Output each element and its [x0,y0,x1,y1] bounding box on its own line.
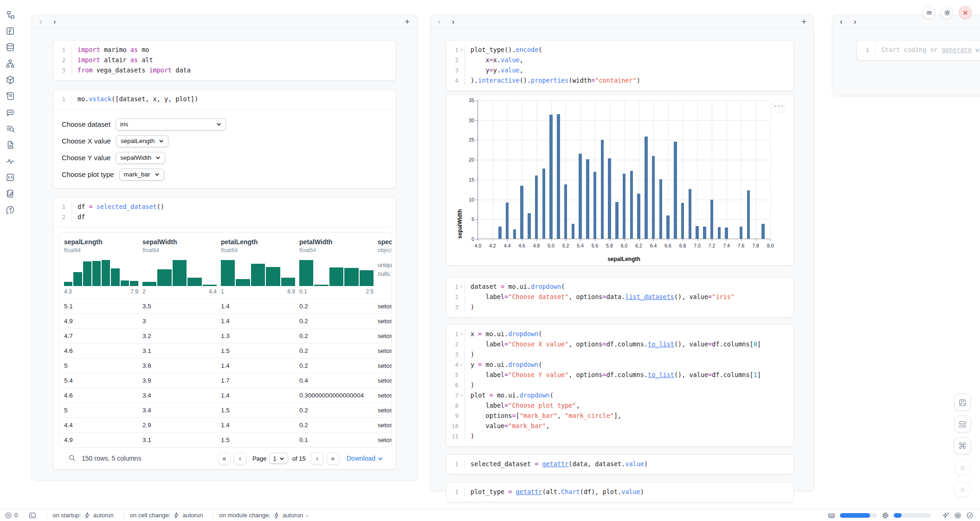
code-line: 1selected_dataset = getattr(data, datase… [446,459,793,469]
control-row: Choose datasetiris [62,118,396,130]
y-value-label: Choose Y value [62,154,110,162]
panel-2-forward-icon[interactable]: › [452,18,455,26]
chart-bar [681,203,684,239]
packages-icon[interactable] [6,75,15,85]
tracing-icon[interactable] [6,156,15,166]
lightning-icon [173,512,180,519]
y-value-select[interactable]: sepalWidth [116,152,165,164]
imports-code-editor[interactable]: 1import marimo as mo2import altair as al… [53,40,396,80]
chart-bar [506,202,509,239]
layout-button[interactable] [954,416,971,432]
dependency-graph-icon[interactable] [6,59,15,68]
snippets-icon[interactable] [6,172,15,182]
x-value-label: Choose X value [62,137,111,145]
table-row: 5.13.51.40.2setosa [59,299,392,313]
ai-sparkle-icon[interactable] [942,512,949,519]
menu-button[interactable] [922,6,935,19]
next-page-button[interactable]: › [311,452,323,465]
code-line: 2df [53,212,396,222]
xyplot-code-editor[interactable]: 1∨x = mo.ui.dropdown(2 label="Choose X v… [446,325,793,446]
last-page-button[interactable]: » [327,452,339,465]
plot-type-select[interactable]: mark_bar [119,169,164,181]
table-search-icon[interactable] [68,454,76,463]
plot-type-code-editor[interactable]: 1plot_type = getattr(alt.Chart(df), plot… [446,482,793,502]
add-cell-button-2[interactable]: + [801,17,806,26]
table-row: 4.42.91.40.2setosa [59,417,392,432]
panel-back-icon[interactable]: ‹ [39,18,42,26]
command-palette-button[interactable]: ⌘ [954,437,971,454]
download-button[interactable]: Download [347,455,383,462]
code-line: 8 label="Choose plot type", [446,401,793,411]
chart-menu-button[interactable]: ●●● [772,99,786,113]
save-button[interactable] [954,394,971,410]
copilot-icon[interactable] [954,512,961,519]
chart-bar [725,228,728,239]
error-indicator[interactable]: 0 [5,512,18,519]
chart-bar [623,174,626,239]
code-line: 10 value="mark_bar", [446,421,793,431]
chart-output[interactable]: sepalWidth sepalLength 4.04.24.44.64.85.… [446,95,794,266]
chart-bar [747,190,750,239]
selected-dataset-code-editor[interactable]: 1selected_dataset = getattr(data, datase… [446,455,793,474]
dataset-code-editor[interactable]: 1∨dataset = mo.ui.dropdown(2 label="Choo… [446,277,793,317]
panel-ai-back-icon[interactable]: ‹ [840,18,843,26]
chart-bar [601,140,604,239]
runtime-startup-config[interactable]: on startup: autorun [52,512,114,519]
table-row: 53.61.40.2setosa [59,358,392,373]
chart-bar [557,114,560,239]
run-button[interactable] [954,481,971,498]
logs-icon[interactable] [6,91,15,101]
file-tree-icon[interactable] [6,10,15,20]
dataset-select[interactable]: iris [116,118,226,130]
activity-rail [0,0,20,509]
data-sources-icon[interactable] [6,42,15,52]
column-stats: unique:nulls: [378,261,392,279]
chart-bar [659,179,663,239]
functions-icon[interactable] [6,26,15,36]
chart-bar [498,227,502,239]
error-count: 0 [14,512,18,519]
bar-chart[interactable]: sepalWidth sepalLength 4.04.24.44.64.85.… [477,100,770,239]
chart-bar [572,224,575,239]
terminal-button[interactable] [29,512,36,519]
settings-button[interactable] [941,6,954,19]
table-row: 4.931.40.2setosa [59,313,392,328]
panel-ai-forward-icon[interactable]: › [854,18,857,26]
dataframe-output: sepalLengthfloat644.37.9sepalWidthfloat6… [53,227,396,469]
chart-bar [637,194,640,239]
runtime-cell-change-config[interactable]: on cell change: autorun [130,512,203,519]
close-button[interactable] [959,6,972,19]
ai-chat-icon[interactable] [6,107,15,117]
panel-forward-icon[interactable]: › [53,18,56,26]
df-code-editor[interactable]: 1df = selected_dataset()2df [53,197,396,227]
help-icon[interactable] [6,205,15,215]
outline-search-icon[interactable] [6,124,15,133]
code-line: 2 label="Choose X value", options=df.col… [446,339,793,350]
total-pages-label: of 15 [292,455,306,462]
x-value-select[interactable]: sepalLength [116,135,169,147]
lightning-icon [84,512,91,519]
plot-code-editor[interactable]: 1∨plot_type().encode(2 x=x.value,3 y=y.v… [446,40,793,91]
ai-input[interactable]: 1Start coding or generate with AI [857,40,980,60]
code-line: 1Start coding or generate with AI [857,45,980,55]
add-cell-button[interactable]: + [405,17,410,26]
documentation-icon[interactable] [6,140,15,150]
chart-bar [608,158,611,239]
first-page-button[interactable]: « [218,452,231,465]
stop-button[interactable] [954,459,971,476]
panel-2-header: ‹ › + [431,15,814,28]
chart-bar [740,227,743,239]
connection-status-icon[interactable] [966,512,974,519]
runtime-module-change-config[interactable]: on module change: autorun ⌄ [219,512,309,519]
code-line: 1mo.vstack([dataset, x, y, plot]) [53,94,396,104]
code-line: 1plot_type = getattr(alt.Chart(df), plot… [446,487,793,497]
chart-bar [710,200,714,239]
chart-x-axis-title: sepalLength [478,256,770,262]
page-select[interactable]: 1 [269,453,288,464]
control-row: Choose plot typemark_bar [62,168,396,181]
prev-page-button[interactable]: ‹ [234,452,246,465]
vstack-code-editor[interactable]: 1mo.vstack([dataset, x, y, plot]) [53,90,396,109]
table-header: sepalLengthfloat644.37.9sepalWidthfloat6… [59,233,392,299]
panel-2-back-icon[interactable]: ‹ [438,18,441,26]
scratchpad-icon[interactable] [6,189,15,198]
